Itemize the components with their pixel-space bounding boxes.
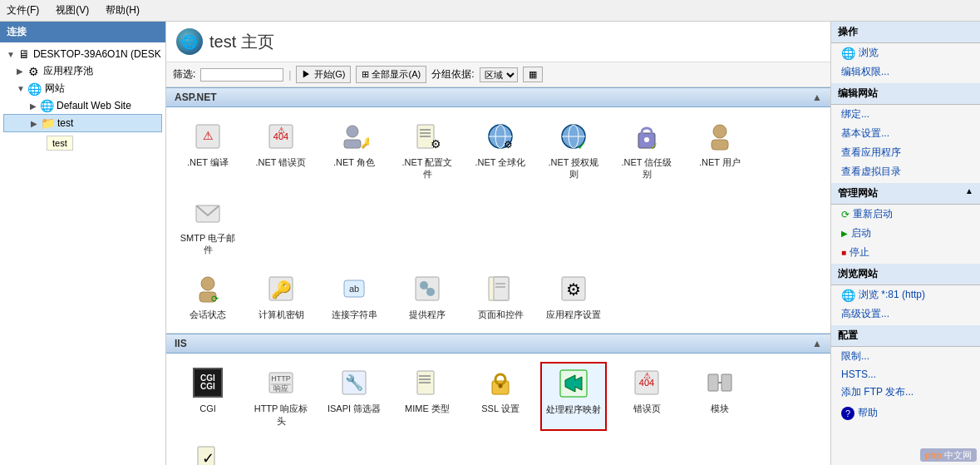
item-dotnet-global[interactable]: ⚙ .NET 全球化 xyxy=(467,116,534,185)
label-machinekey: 计算机密钥 xyxy=(259,309,304,320)
label-provider: 提供程序 xyxy=(409,309,446,320)
item-dotnet-auth[interactable]: ✓ .NET 授权规则 xyxy=(540,116,607,185)
item-connstr[interactable]: ab 连接字符串 xyxy=(321,268,387,324)
icon-pagecontrol xyxy=(484,272,517,305)
item-ssl[interactable]: SSL 设置 xyxy=(467,362,534,431)
action-edit-perms[interactable]: 编辑权限... xyxy=(831,62,980,82)
item-dotnet-compile[interactable]: ⚠ .NET 编译 xyxy=(175,116,241,185)
item-smtp[interactable]: SMTP 电子邮件 xyxy=(175,191,241,260)
item-handler[interactable]: 处理程序映射 xyxy=(540,362,607,431)
start-button[interactable]: ▶ 开始(G) xyxy=(296,66,351,83)
action-stop-label: 停止 xyxy=(849,245,869,260)
sites-icon: 🌐 xyxy=(28,82,42,96)
action-hsts-label: HSTS... xyxy=(841,369,876,380)
item-cgi[interactable]: CGICGI CGI xyxy=(175,362,241,431)
right-panel: 操作 🌐 浏览 编辑权限... 编辑网站 绑定... 基本设置... 查看应用程… xyxy=(830,22,980,465)
item-pagecontrol[interactable]: 页面和控件 xyxy=(467,268,534,324)
action-start[interactable]: ▶ 启动 xyxy=(831,224,980,243)
groupby-select[interactable]: 区域 xyxy=(480,67,518,82)
svg-text:⚙: ⚙ xyxy=(431,137,441,151)
item-dotnet-error[interactable]: 404⚠ .NET 错误页 xyxy=(248,116,314,185)
item-defaultdoc[interactable]: ✓ 默认文档 xyxy=(175,438,241,465)
svg-rect-6 xyxy=(344,140,361,148)
tree-node-defaultsite[interactable]: ▶ 🌐 Default Web Site xyxy=(3,97,162,114)
section-aspnet-collapse[interactable]: ▲ xyxy=(812,92,822,103)
tree-node-apppool[interactable]: ▶ ⚙ 应用程序池 xyxy=(3,62,162,80)
view-button[interactable]: ▦ xyxy=(523,67,543,82)
filter-input[interactable] xyxy=(200,68,283,82)
item-dotnet-config[interactable]: ⚙ .NET 配置文件 xyxy=(394,116,460,185)
tooltip-test: test xyxy=(47,136,73,151)
item-dotnet-user[interactable]: .NET 用户 xyxy=(687,116,753,185)
icon-module xyxy=(703,366,736,399)
label-dotnet-config: .NET 配置文件 xyxy=(398,156,456,181)
item-mime[interactable]: MIME 类型 xyxy=(394,362,460,431)
content-area: ASP.NET ▲ ⚠ .NET 编译 404⚠ .NET 错误页 xyxy=(166,87,830,465)
showall-button[interactable]: ⊞ 全部显示(A) xyxy=(356,66,426,83)
filter-label: 筛选: xyxy=(173,67,195,82)
menu-help[interactable]: 帮助(H) xyxy=(102,2,143,19)
right-section-managesite-title[interactable]: 管理网站 ▲ xyxy=(831,183,980,205)
action-basic-settings[interactable]: 基本设置... xyxy=(831,124,980,143)
label-mime: MIME 类型 xyxy=(405,403,450,414)
icon-ssl xyxy=(484,366,517,399)
menu-file[interactable]: 文件(F) xyxy=(3,2,42,19)
item-machinekey[interactable]: 🔑 计算机密钥 xyxy=(248,268,314,324)
tree-node-server[interactable]: ▼ 🖥 DESKTOP-39A6O1N (DESK xyxy=(3,46,162,62)
action-limit[interactable]: 限制... xyxy=(831,347,980,366)
icon-provider xyxy=(411,272,444,305)
item-dotnet-trust[interactable]: ✓ .NET 信任级别 xyxy=(613,116,680,185)
label-dotnet-user: .NET 用户 xyxy=(699,156,741,168)
tree-arrow-apppool: ▶ xyxy=(17,67,23,76)
item-module[interactable]: 模块 xyxy=(687,362,753,431)
right-section-help: ? 帮助 xyxy=(831,403,980,423)
managesite-collapse-btn[interactable]: ▲ xyxy=(965,186,973,200)
item-provider[interactable]: 提供程序 xyxy=(394,268,460,324)
action-browse[interactable]: 🌐 浏览 xyxy=(831,43,980,62)
action-help-label: 帮助 xyxy=(858,406,878,420)
action-view-vdir-label: 查看虚拟目录 xyxy=(841,165,901,179)
tree-expand-server[interactable]: ▼ xyxy=(7,50,15,59)
action-ftp[interactable]: 添加 FTP 发布... xyxy=(831,383,980,402)
right-section-managesite: 管理网站 ▲ ⟳ 重新启动 ▶ 启动 ■ 停止 xyxy=(831,183,980,262)
action-hsts[interactable]: HSTS... xyxy=(831,366,980,383)
label-errorpage: 错误页 xyxy=(633,403,661,414)
svg-text:⚙: ⚙ xyxy=(566,280,581,299)
item-session[interactable]: ⟳ 会话状态 xyxy=(175,268,241,324)
action-help[interactable]: ? 帮助 xyxy=(831,403,980,423)
menu-view[interactable]: 视图(V) xyxy=(52,2,92,19)
browsesite-label: 浏览网站 xyxy=(838,267,878,281)
item-http-header[interactable]: HTTP响应 HTTP 响应标头 xyxy=(248,362,314,431)
label-http-header: HTTP 响应标头 xyxy=(252,403,310,427)
svg-text:ab: ab xyxy=(349,284,359,294)
icon-cgi: CGICGI xyxy=(191,366,224,399)
item-appconfig[interactable]: ⚙ 应用程序设置 xyxy=(540,268,607,324)
label-session: 会话状态 xyxy=(190,309,226,320)
item-errorpage[interactable]: 404⚠ 错误页 xyxy=(613,362,680,431)
action-view-app[interactable]: 查看应用程序 xyxy=(831,143,980,162)
svg-point-57 xyxy=(499,384,503,388)
tree-arrow-sites: ▼ xyxy=(17,84,25,93)
action-stop[interactable]: ■ 停止 xyxy=(831,243,980,262)
action-browse-81[interactable]: 🌐 浏览 *:81 (http) xyxy=(831,285,980,304)
stop-icon: ■ xyxy=(841,248,846,257)
section-aspnet-header[interactable]: ASP.NET ▲ xyxy=(166,87,830,107)
defaultsite-icon: 🌐 xyxy=(40,99,53,112)
section-aspnet-row2: ⟳ 会话状态 🔑 计算机密钥 ab 连接字符串 xyxy=(166,268,830,334)
section-iis-collapse[interactable]: ▲ xyxy=(812,338,822,349)
right-section-config-title: 配置 xyxy=(831,325,980,347)
label-cgi: CGI xyxy=(199,403,216,414)
item-isapi[interactable]: 🔧 ISAPI 筛选器 xyxy=(321,362,387,431)
section-iis-header[interactable]: IIS ▲ xyxy=(166,334,830,354)
tree-node-test[interactable]: ▶ 📁 test → xyxy=(3,114,162,132)
right-section-actions: 操作 🌐 浏览 编辑权限... xyxy=(831,22,980,82)
watermark: php 中文网 xyxy=(920,449,977,462)
center-panel: 🌐 test 主页 筛选: | ▶ 开始(G) ⊞ 全部显示(A) 分组依据: … xyxy=(166,22,830,465)
action-bind[interactable]: 绑定... xyxy=(831,105,980,124)
action-restart[interactable]: ⟳ 重新启动 xyxy=(831,205,980,224)
action-advanced-settings[interactable]: 高级设置... xyxy=(831,304,980,324)
action-view-vdir[interactable]: 查看虚拟目录 xyxy=(831,162,980,181)
item-dotnet-role[interactable]: 🔑 .NET 角色 xyxy=(321,116,387,185)
label-dotnet-error: .NET 错误页 xyxy=(256,156,307,168)
tree-node-sites[interactable]: ▼ 🌐 网站 xyxy=(3,80,162,97)
